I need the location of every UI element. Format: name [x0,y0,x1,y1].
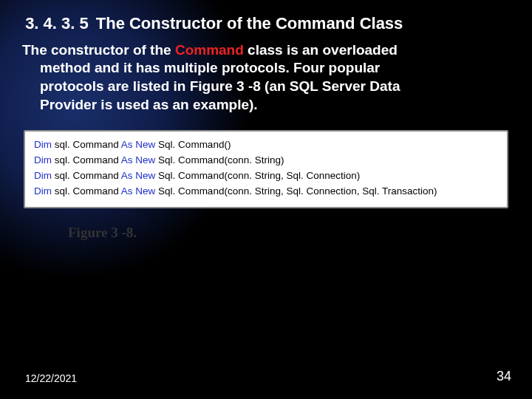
code-line-3: Dim sql. Command As New Sql. Command(con… [34,168,498,184]
para-line2: method and it has multiple protocols. Fo… [22,59,511,78]
kw-asnew: As New [121,170,156,181]
kw-asnew: As New [121,185,156,197]
code-line-4: Dim sql. Command As New Sql. Command(con… [34,184,498,200]
code-var: sql. Command [55,170,119,181]
para-line3: protocols are listed in Figure 3 -8 (an … [22,78,511,96]
section-title: The Constructor of the Command Class [96,14,403,33]
code-var: sql. Command [55,139,119,150]
code-expr-4: Sql. Command(conn. String, Sql. Connecti… [158,185,437,197]
kw-dim: Dim [34,154,52,166]
code-line-2: Dim sql. Command As New Sql. Command(con… [34,153,498,168]
kw-dim: Dim [34,139,52,150]
code-expr-2: Sql. Command(conn. String) [158,154,284,166]
figure-caption: Figure 3 -8. [68,225,511,241]
body-paragraph: The constructor of the Command class is … [21,41,511,115]
para-line4: Provider is used as an example). [22,96,511,115]
kw-dim: Dim [34,170,52,181]
footer-date: 12/22/2021 [25,372,77,384]
section-heading: 3. 4. 3. 5The Constructor of the Command… [21,13,511,34]
para-prefix: The constructor of the [22,42,175,58]
kw-dim: Dim [34,185,52,197]
footer-page-number: 34 [497,369,511,384]
code-var: sql. Command [55,154,119,166]
code-line-1: Dim sql. Command As New Sql. Command() [34,137,498,153]
command-keyword: Command [175,42,244,58]
para-rest1: class is an overloaded [244,42,398,58]
code-figure-box: Dim sql. Command As New Sql. Command() D… [24,130,508,208]
code-expr-1: Sql. Command() [158,139,231,150]
kw-asnew: As New [121,154,156,166]
kw-asnew: As New [121,139,156,150]
section-number: 3. 4. 3. 5 [25,14,89,33]
code-expr-3: Sql. Command(conn. String, Sql. Connecti… [158,170,360,181]
slide-content: 3. 4. 3. 5The Constructor of the Command… [0,0,532,241]
code-var: sql. Command [55,185,119,197]
